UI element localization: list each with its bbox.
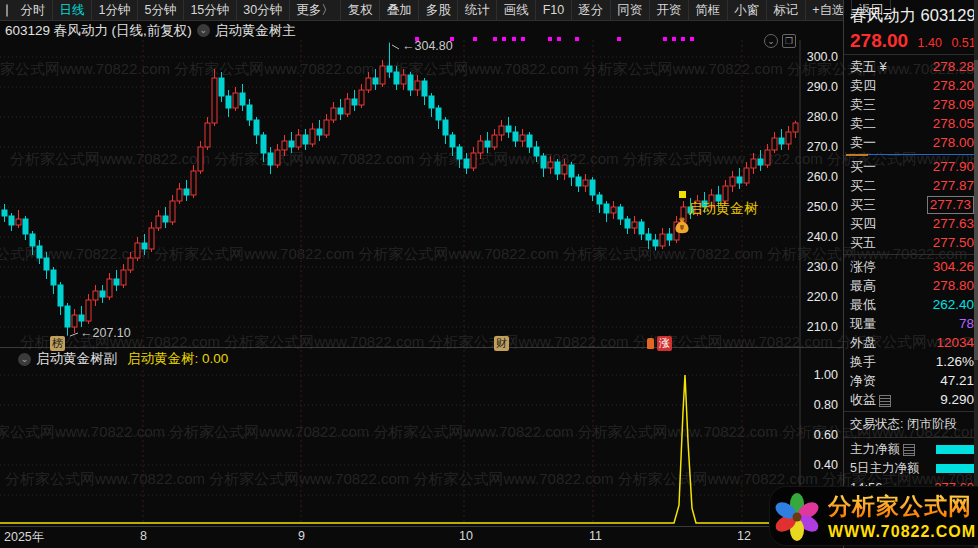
toolbar-item-5分钟[interactable]: 5分钟 [138, 0, 184, 20]
toolbar-item-逐分[interactable]: 逐分 [572, 0, 611, 20]
svg-text:230.0: 230.0 [807, 260, 838, 274]
stat-row-外盘: 外盘12034 [844, 333, 978, 352]
svg-text:290.0: 290.0 [807, 80, 838, 94]
main-indicator-name[interactable]: 启动黄金树主 [215, 22, 296, 40]
subchart-title-bar: ⌄ 启动黄金树副 启动黄金树: 0.00 [0, 350, 843, 368]
stat-value: 47.21 [940, 371, 974, 390]
candlestick-chart: 300.0290.0280.0270.0260.0250.0240.0230.0… [0, 0, 978, 548]
toolbar-item-30分钟[interactable]: 30分钟 [237, 0, 290, 20]
svg-text:270.0: 270.0 [807, 140, 838, 154]
x-axis-label: 2025年 [4, 529, 44, 546]
buy-queue: 买一277.90买二277.87买三277.73买四277.63买五277.50 [844, 157, 978, 252]
quote-row-卖一[interactable]: 卖一278.00 [844, 133, 978, 152]
stat-row-现量: 现量78 [844, 314, 978, 333]
quote-label: 卖四 [850, 76, 876, 95]
stat-value: 1.26% [936, 352, 974, 371]
quote-row-卖五 ¥[interactable]: 卖五 ¥278.28 [844, 57, 978, 76]
popup-window-icon[interactable]: ❐ [782, 34, 796, 48]
stats-list: 涨停304.26最高278.80最低262.40现量78外盘12034换手1.2… [844, 257, 978, 409]
event-badge-榜[interactable]: 榜 [50, 336, 65, 351]
chevron-down-icon[interactable]: ⌄ [18, 353, 31, 366]
flow-label: 主力净额 [850, 440, 915, 459]
stat-label: 外盘 [850, 333, 876, 352]
flow-bar [936, 445, 974, 454]
quote-price: 277.87 [933, 176, 974, 195]
collapse-chevron-icon[interactable]: ⌄ [764, 34, 778, 48]
stat-value: 9.290 [940, 390, 974, 409]
stat-label: 涨停 [850, 257, 876, 276]
x-axis-label: 11 [589, 529, 602, 543]
chart-corner-controls: ⌄ ❐ [764, 34, 796, 48]
stock-app-window: 分析家公式网www.70822.com 分析家公式网www.70822.com … [0, 0, 978, 548]
svg-text:0.60: 0.60 [814, 428, 838, 442]
toolbar-item-开资[interactable]: 开资 [650, 0, 689, 20]
toolbar-item-简框[interactable]: 简框 [689, 0, 728, 20]
svg-text:250.0: 250.0 [807, 200, 838, 214]
toolbar-item-叠加[interactable]: 叠加 [380, 0, 419, 20]
quote-label: 买五 [850, 233, 876, 252]
panel-scrollbar[interactable] [974, 0, 978, 548]
toolbar-item-15分钟[interactable]: 15分钟 [184, 0, 237, 20]
last-price: 278.00 [850, 30, 908, 51]
toolbar-item-同资[interactable]: 同资 [611, 0, 650, 20]
toolbar-item-复权[interactable]: 复权 [341, 0, 380, 20]
toolbar-item-日线[interactable]: 日线 [53, 0, 92, 20]
toolbar-item-小窗[interactable]: 小窗 [728, 0, 767, 20]
quote-row-买四[interactable]: 买四277.63 [844, 214, 978, 233]
svg-text:260.0: 260.0 [807, 170, 838, 184]
stat-row-换手: 换手1.26% [844, 352, 978, 371]
quote-price: 277.63 [933, 214, 974, 233]
quote-label: 卖五 ¥ [850, 57, 887, 76]
event-badge-财[interactable]: 财 [494, 336, 509, 351]
chevron-down-icon[interactable]: ⌄ [197, 24, 210, 37]
toolbar-item-标记[interactable]: 标记 [767, 0, 806, 20]
time-axis: 2025年89101112 [0, 527, 843, 548]
divider [844, 411, 978, 412]
x-axis-label: 12 [737, 529, 751, 543]
quote-price: 277.73 [927, 196, 974, 214]
chart-title-bar: 603129 春风动力 (日线,前复权) ⌄ 启动黄金树主 [0, 21, 843, 40]
toolbar-item-多股[interactable]: 多股 [419, 0, 458, 20]
quote-row-买三[interactable]: 买三277.73 [844, 195, 978, 214]
quote-price: 278.00 [933, 133, 974, 152]
quote-row-卖二[interactable]: 卖二278.05 [844, 114, 978, 133]
stat-label: 现量 [850, 314, 876, 333]
quote-row-买一[interactable]: 买一277.90 [844, 157, 978, 176]
toolbar-item-统计[interactable]: 统计 [458, 0, 497, 20]
flow-row-5日主力净额: 5日主力净额 [844, 459, 978, 478]
toolbar-item-1分钟[interactable]: 1分钟 [92, 0, 138, 20]
quote-row-买二[interactable]: 买二277.87 [844, 176, 978, 195]
stat-label: 换手 [850, 352, 876, 371]
divider [844, 254, 978, 255]
x-axis-label: 9 [298, 529, 305, 543]
toolbar-item-更多〉[interactable]: 更多〉 [290, 0, 342, 20]
subchart-indicator-name[interactable]: 启动黄金树副 [36, 350, 117, 368]
flame-icon [647, 338, 654, 349]
stat-row-涨停: 涨停304.26 [844, 257, 978, 276]
quote-row-卖四[interactable]: 卖四278.20 [844, 76, 978, 95]
stat-row-收益: 收益9.290 [844, 390, 978, 409]
stat-label: 收益 [850, 390, 891, 409]
toolbar-item-画线[interactable]: 画线 [497, 0, 536, 20]
stock-name-code: 春风动力 603129 [850, 5, 978, 27]
quote-row-卖三[interactable]: 卖三278.09 [844, 95, 978, 114]
event-badge-涨[interactable]: 涨 [657, 336, 672, 351]
quote-price: 277.50 [933, 233, 974, 252]
top-toolbar: 分时日线1分钟5分钟15分钟30分钟更多〉复权叠加多股统计画线F10逐分同资开资… [0, 0, 843, 21]
toolbar-items: 分时日线1分钟5分钟15分钟30分钟更多〉复权叠加多股统计画线F10逐分同资开资… [14, 0, 891, 20]
toolbar-item-F10[interactable]: F10 [536, 0, 572, 20]
chart-title: 603129 春风动力 (日线,前复权) [5, 22, 192, 40]
site-watermark-logo: 分析家公式网 WWW.70822.COM [770, 487, 978, 545]
quote-label: 买四 [850, 214, 876, 233]
detail-list-icon[interactable] [879, 395, 891, 407]
price-change: 1.40 [918, 36, 942, 50]
quote-row-买五[interactable]: 买五277.50 [844, 233, 978, 252]
quote-price: 278.05 [933, 114, 974, 133]
quote-panel: 春风动力 603129 278.00 1.40 0.51% 卖五 ¥278.28… [843, 0, 978, 548]
detail-list-icon[interactable] [903, 444, 915, 456]
layout-icon[interactable] [6, 4, 8, 17]
divider [844, 54, 978, 55]
toolbar-item-分时[interactable]: 分时 [14, 0, 53, 20]
quote-label: 买二 [850, 176, 876, 195]
flow-label: 5日主力净额 [850, 459, 919, 478]
